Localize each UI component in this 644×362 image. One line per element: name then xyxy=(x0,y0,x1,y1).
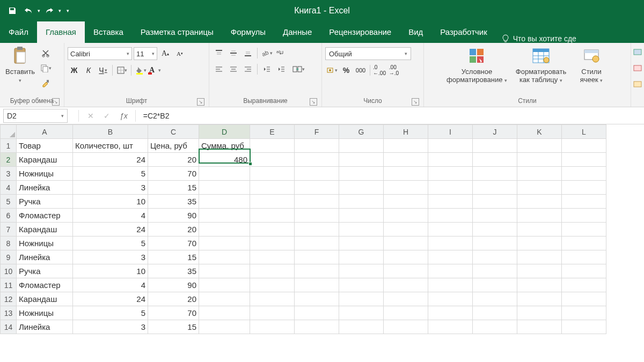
cell-E10[interactable] xyxy=(250,264,295,278)
cell-I5[interactable] xyxy=(428,195,473,209)
cell-D12[interactable] xyxy=(199,292,250,306)
cell-K5[interactable] xyxy=(517,195,562,209)
format-as-table-button[interactable]: Форматировать как таблицу ▾ xyxy=(511,44,570,85)
cell-D10[interactable] xyxy=(199,264,250,278)
cell-I8[interactable] xyxy=(428,237,473,250)
cell-I13[interactable] xyxy=(428,306,473,320)
row-header-9[interactable]: 9 xyxy=(1,250,17,264)
cell-I9[interactable] xyxy=(428,250,473,264)
tab-разработчик[interactable]: Разработчик xyxy=(431,21,495,43)
cell-J13[interactable] xyxy=(473,306,517,320)
cell-L6[interactable] xyxy=(562,209,606,223)
cell-H14[interactable] xyxy=(384,320,428,334)
cell-H12[interactable] xyxy=(384,292,428,306)
number-format-selector[interactable]: Общий▾ xyxy=(325,47,411,60)
cell-B12[interactable]: 24 xyxy=(73,292,148,306)
cell-L11[interactable] xyxy=(562,278,606,292)
align-top-button[interactable] xyxy=(213,47,225,59)
tab-разметка страницы[interactable]: Разметка страницы xyxy=(132,21,222,43)
cell-E9[interactable] xyxy=(250,250,295,264)
align-right-button[interactable] xyxy=(241,63,254,75)
cell-C11[interactable]: 90 xyxy=(148,278,199,292)
cell-C7[interactable]: 20 xyxy=(148,223,199,237)
cell-K3[interactable] xyxy=(517,167,562,181)
row-header-6[interactable]: 6 xyxy=(1,209,17,223)
row-header-11[interactable]: 11 xyxy=(1,278,17,292)
cell-H13[interactable] xyxy=(384,306,428,320)
cell-H8[interactable] xyxy=(384,237,428,250)
cell-G13[interactable] xyxy=(339,306,384,320)
cell-F10[interactable] xyxy=(295,264,339,278)
cell-D7[interactable] xyxy=(199,223,250,237)
cell-L13[interactable] xyxy=(562,306,606,320)
cell-A7[interactable]: Карандаш xyxy=(17,223,73,237)
row-header-4[interactable]: 4 xyxy=(1,181,17,195)
cell-L12[interactable] xyxy=(562,292,606,306)
cell-K11[interactable] xyxy=(517,278,562,292)
col-header-K[interactable]: K xyxy=(517,125,562,139)
borders-button[interactable]: ▾ xyxy=(115,64,128,76)
cut-button[interactable] xyxy=(39,47,52,59)
col-header-H[interactable]: H xyxy=(384,125,428,139)
col-header-G[interactable]: G xyxy=(339,125,384,139)
cell-A1[interactable]: Товар xyxy=(17,139,73,153)
cell-E1[interactable] xyxy=(250,139,295,153)
cancel-formula-button[interactable]: ✕ xyxy=(83,109,98,122)
cell-A12[interactable]: Карандаш xyxy=(17,292,73,306)
font-dialog-launcher[interactable]: ↘ xyxy=(197,98,204,106)
cell-B7[interactable]: 24 xyxy=(73,223,148,237)
cell-C4[interactable]: 15 xyxy=(148,181,199,195)
row-header-7[interactable]: 7 xyxy=(1,223,17,237)
cell-F3[interactable] xyxy=(295,167,339,181)
italic-button[interactable]: К xyxy=(82,64,95,76)
shrink-font-button[interactable]: A▾ xyxy=(173,48,186,60)
cell-D1[interactable]: Сумма, руб xyxy=(199,139,250,153)
cell-F7[interactable] xyxy=(295,223,339,237)
cell-E7[interactable] xyxy=(250,223,295,237)
redo-dropdown[interactable]: ▾ xyxy=(58,8,61,13)
cell-H1[interactable] xyxy=(384,139,428,153)
row-header-10[interactable]: 10 xyxy=(1,264,17,278)
wrap-text-button[interactable]: ab xyxy=(275,47,288,59)
tab-данные[interactable]: Данные xyxy=(274,21,320,43)
bold-button[interactable]: Ж xyxy=(68,64,80,76)
align-left-button[interactable] xyxy=(213,63,225,75)
cell-J14[interactable] xyxy=(473,320,517,334)
cell-J4[interactable] xyxy=(473,181,517,195)
cell-B14[interactable]: 3 xyxy=(73,320,148,334)
cell-A4[interactable]: Линейка xyxy=(17,181,73,195)
cell-D14[interactable] xyxy=(199,320,250,334)
cell-K1[interactable] xyxy=(517,139,562,153)
align-middle-button[interactable] xyxy=(227,47,240,59)
cell-I10[interactable] xyxy=(428,264,473,278)
cell-A9[interactable]: Линейка xyxy=(17,250,73,264)
number-dialog-launcher[interactable]: ↘ xyxy=(412,98,419,106)
cell-G6[interactable] xyxy=(339,209,384,223)
cell-E11[interactable] xyxy=(250,278,295,292)
cell-F9[interactable] xyxy=(295,250,339,264)
copy-button[interactable]: ▾ xyxy=(39,62,52,74)
cell-D4[interactable] xyxy=(199,181,250,195)
cell-G12[interactable] xyxy=(339,292,384,306)
cell-J8[interactable] xyxy=(473,237,517,250)
undo-dropdown[interactable]: ▾ xyxy=(38,8,40,13)
cell-F12[interactable] xyxy=(295,292,339,306)
cell-J10[interactable] xyxy=(473,264,517,278)
cell-G11[interactable] xyxy=(339,278,384,292)
cell-L5[interactable] xyxy=(562,195,606,209)
cell-E12[interactable] xyxy=(250,292,295,306)
tab-главная[interactable]: Главная xyxy=(37,21,85,43)
cell-J1[interactable] xyxy=(473,139,517,153)
cell-B6[interactable]: 4 xyxy=(73,209,148,223)
cell-K14[interactable] xyxy=(517,320,562,334)
col-header-I[interactable]: I xyxy=(428,125,473,139)
cell-D2[interactable]: 480 xyxy=(199,153,250,167)
cell-A6[interactable]: Фломастер xyxy=(17,209,73,223)
font-name-selector[interactable]: Calibri▾ xyxy=(68,47,132,60)
cell-J2[interactable] xyxy=(473,153,517,167)
cell-J6[interactable] xyxy=(473,209,517,223)
tab-формулы[interactable]: Формулы xyxy=(222,21,274,43)
cell-A2[interactable]: Карандаш xyxy=(17,153,73,167)
cell-A14[interactable]: Линейка xyxy=(17,320,73,334)
cell-K2[interactable] xyxy=(517,153,562,167)
